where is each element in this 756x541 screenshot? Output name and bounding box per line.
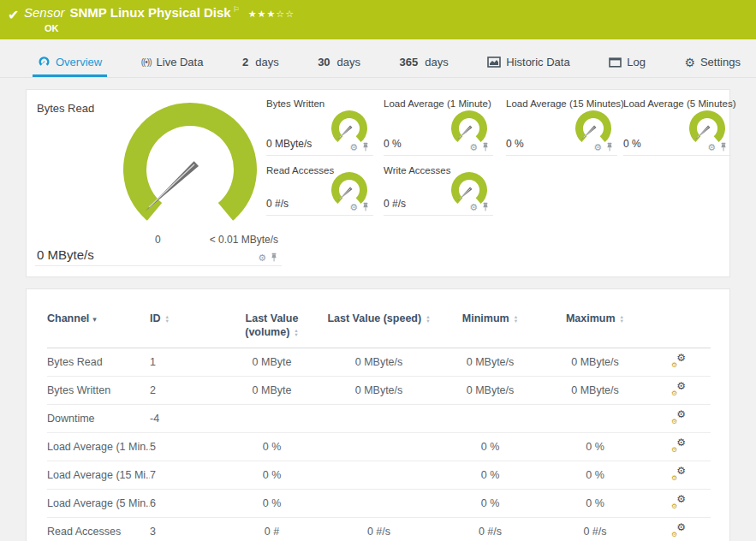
tab-2-days[interactable]: 2days xyxy=(237,56,284,77)
tab-label: days xyxy=(255,56,278,68)
table-row[interactable]: Bytes Read 1 0 MByte 0 MByte/s 0 MByte/s… xyxy=(47,348,711,376)
tab-label: days xyxy=(425,56,448,68)
tab-number: 30 xyxy=(318,56,330,68)
channel-maximum: 0 % xyxy=(544,489,646,517)
tab-overview[interactable]: Overview xyxy=(33,56,107,77)
table-row[interactable]: Read Accesses 3 0 # 0 #/s 0 #/s 0 #/s ⚙⚙ xyxy=(47,517,711,541)
pin-icon[interactable] xyxy=(719,142,728,152)
channel-table-panel: Channel▾ ID▲▼ Last Value (volume)▲▼ Last… xyxy=(26,288,730,541)
gear-icon[interactable]: ⚙ xyxy=(707,143,716,152)
channel-last-volume: 0 % xyxy=(223,489,321,517)
small-gauge-cell: Write Accesses 0 #/s ⚙ xyxy=(384,163,493,216)
channel-minimum: 0 % xyxy=(437,432,544,461)
broadcast-icon: ((•)) xyxy=(141,57,152,67)
small-gauge-value: 0 MByte/s xyxy=(266,138,312,150)
channel-last-speed: 0 MByte/s xyxy=(321,348,437,376)
small-gauge-value: 0 #/s xyxy=(384,198,406,210)
channel-last-speed xyxy=(321,432,437,461)
tab-label: days xyxy=(337,56,360,68)
column-header-last-speed[interactable]: Last Value (speed)▲▼ xyxy=(321,306,437,348)
sort-icon: ▲▼ xyxy=(426,315,430,323)
edit-channel-icon[interactable]: ⚙⚙ xyxy=(671,439,686,452)
gauge-scale-start: 0 xyxy=(155,234,161,246)
channel-minimum: 0 % xyxy=(437,461,544,489)
edit-channel-icon[interactable]: ⚙⚙ xyxy=(671,411,686,424)
column-header-last-volume[interactable]: Last Value (volume)▲▼ xyxy=(223,306,321,348)
edit-channel-icon[interactable]: ⚙⚙ xyxy=(671,383,686,395)
tab-log[interactable]: Log xyxy=(604,56,651,77)
channel-name: Load Average (15 Mi... xyxy=(47,461,150,489)
sort-icon: ▲▼ xyxy=(294,329,298,336)
ok-check-icon: ✔ xyxy=(8,7,19,23)
channel-last-speed: 0 MByte/s xyxy=(321,376,437,404)
channel-name: Load Average (1 Min... xyxy=(47,432,150,461)
channel-id: 5 xyxy=(150,432,223,461)
tab-number: 365 xyxy=(400,56,419,68)
gear-icon[interactable]: ⚙ xyxy=(349,203,358,211)
channel-id: 6 xyxy=(150,489,223,517)
small-gauge-cell: Load Average (5 Minutes) 0 % ⚙ xyxy=(623,90,731,156)
channel-name: Read Accesses xyxy=(47,517,150,541)
table-row[interactable]: Bytes Written 2 0 MByte 0 MByte/s 0 MByt… xyxy=(47,376,711,404)
pin-icon[interactable] xyxy=(270,253,278,263)
small-gauge-cell: Load Average (1 Minute) 0 % ⚙ xyxy=(384,90,493,156)
tab-label: Overview xyxy=(56,56,102,68)
tab-30-days[interactable]: 30days xyxy=(313,56,366,77)
pin-icon[interactable] xyxy=(361,202,370,212)
column-header-actions xyxy=(646,306,711,348)
gauge-scale-end: < 0.01 MByte/s xyxy=(210,234,278,246)
channel-id: -4 xyxy=(150,404,223,432)
column-header-id[interactable]: ID▲▼ xyxy=(150,306,223,348)
channel-maximum: 0 % xyxy=(544,432,646,461)
pin-icon[interactable] xyxy=(481,142,490,152)
tab-label: Live Data xyxy=(157,56,204,68)
gear-icon[interactable]: ⚙ xyxy=(258,253,266,262)
primary-gauge xyxy=(122,102,258,237)
channel-name: Bytes Read xyxy=(47,348,150,376)
tab-historic-data[interactable]: Historic Data xyxy=(482,56,574,77)
channel-maximum: 0 MByte/s xyxy=(544,376,646,404)
channel-last-speed xyxy=(321,461,437,489)
gear-icon[interactable]: ⚙ xyxy=(593,143,602,152)
column-header-maximum[interactable]: Maximum▲▼ xyxy=(544,306,646,348)
flag-icon[interactable]: ⚐ xyxy=(233,5,240,14)
edit-channel-icon[interactable]: ⚙⚙ xyxy=(671,496,686,508)
column-header-minimum[interactable]: Minimum▲▼ xyxy=(437,306,544,348)
tab-365-days[interactable]: 365days xyxy=(395,56,454,77)
rating-stars[interactable]: ★★★☆☆ xyxy=(248,9,295,19)
tab-live-data[interactable]: ((•)) Live Data xyxy=(136,56,209,77)
channel-minimum: 0 MByte/s xyxy=(437,348,544,376)
edit-channel-icon[interactable]: ⚙⚙ xyxy=(671,354,686,367)
page-title: SNMP Linux Physical Disk xyxy=(70,5,231,20)
area-chart-icon xyxy=(487,56,501,68)
small-gauge-title: Read Accesses xyxy=(266,165,334,175)
table-row[interactable]: Load Average (5 Min... 6 0 % 0 % 0 % ⚙⚙ xyxy=(47,489,711,517)
table-row[interactable]: Load Average (1 Min... 5 0 % 0 % 0 % ⚙⚙ xyxy=(47,432,711,461)
channel-maximum: 0 % xyxy=(544,461,646,489)
channel-last-volume: 0 % xyxy=(223,461,321,489)
gear-icon[interactable]: ⚙ xyxy=(349,143,358,152)
channel-minimum: 0 % xyxy=(437,489,544,517)
channel-last-volume: 0 MByte xyxy=(223,376,321,404)
tab-label: Settings xyxy=(700,56,741,68)
channel-id: 2 xyxy=(150,376,223,404)
pin-icon[interactable] xyxy=(481,202,490,212)
object-kind-label: Sensor xyxy=(24,5,65,20)
table-row[interactable]: Downtime -4 ⚙⚙ xyxy=(47,404,711,432)
tab-settings[interactable]: ⚙ Settings xyxy=(679,56,746,77)
gear-icon[interactable]: ⚙ xyxy=(469,203,478,211)
edit-channel-icon[interactable]: ⚙⚙ xyxy=(671,524,686,537)
gauge-icon xyxy=(38,56,51,68)
window-icon xyxy=(609,57,622,68)
small-gauge-cell: Load Average (15 Minutes) 0 % ⚙ xyxy=(506,90,617,156)
column-header-channel[interactable]: Channel▾ xyxy=(47,306,150,348)
gear-icon[interactable]: ⚙ xyxy=(469,143,478,152)
pin-icon[interactable] xyxy=(361,142,370,152)
table-row[interactable]: Load Average (15 Mi... 7 0 % 0 % 0 % ⚙⚙ xyxy=(47,461,711,489)
pin-icon[interactable] xyxy=(605,142,614,152)
edit-channel-icon[interactable]: ⚙⚙ xyxy=(671,467,686,480)
channel-minimum xyxy=(437,404,544,432)
primary-gauge-cell: Bytes Read 0 < 0.01 MByte/s 0 MByte/s ⚙ xyxy=(35,90,282,266)
tab-label: Historic Data xyxy=(506,56,569,68)
small-gauge-title: Write Accesses xyxy=(384,165,450,175)
